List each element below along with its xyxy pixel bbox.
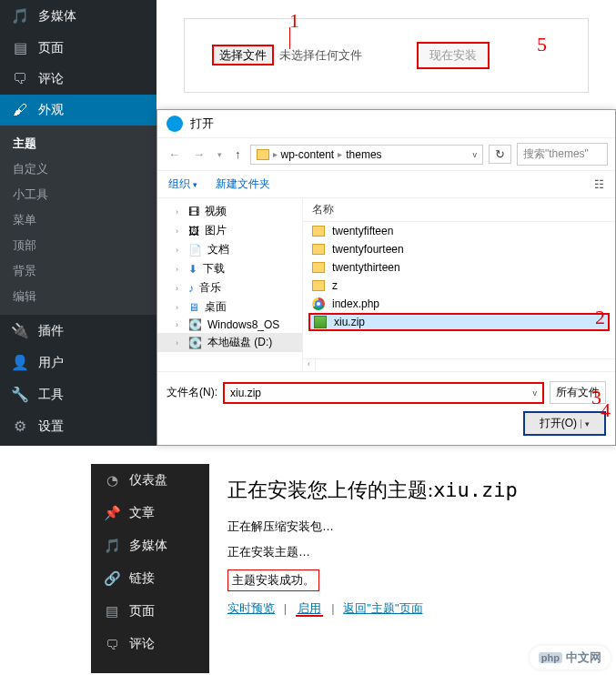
file-row[interactable]: twentyfifteen — [303, 222, 615, 240]
sidebar-item-label: 链接 — [129, 570, 155, 587]
scroll-left-icon[interactable]: ‹ — [303, 359, 316, 371]
sidebar-item-dashboard[interactable]: ◔仪表盘 — [91, 464, 209, 497]
sidebar-item-links[interactable]: 🔗链接 — [91, 562, 209, 595]
folder-icon — [257, 149, 269, 160]
link-preview[interactable]: 实时预览 — [227, 601, 275, 615]
caret-icon: › — [176, 284, 183, 293]
appearance-submenu: 主题 自定义 小工具 菜单 顶部 背景 编辑 — [0, 126, 157, 315]
link-activate[interactable]: 启用 — [296, 601, 323, 617]
link-return[interactable]: 返回"主题"页面 — [343, 601, 422, 615]
dialog-titlebar: 打开 — [157, 110, 615, 138]
wrench-icon: 🔧 — [11, 386, 29, 403]
file-name: index.php — [332, 297, 379, 310]
new-folder-button[interactable]: 新建文件夹 — [216, 176, 270, 192]
sidebar-item-appearance[interactable]: 🖌外观 — [0, 95, 157, 126]
tree-item-osdrive[interactable]: ›💽Windows8_OS — [157, 317, 302, 333]
file-list: twentyfifteen twentyfourteen twentythirt… — [303, 222, 615, 371]
sub-background[interactable]: 背景 — [0, 258, 157, 284]
sub-widgets[interactable]: 小工具 — [0, 182, 157, 207]
refresh-button[interactable]: ↻ — [489, 145, 511, 164]
sub-header[interactable]: 顶部 — [0, 233, 157, 258]
choose-file-button[interactable]: 选择文件 — [212, 45, 274, 65]
sub-menus[interactable]: 菜单 — [0, 207, 157, 233]
status-unzipping: 正在解压缩安装包… — [227, 519, 598, 535]
tree-item-videos[interactable]: ›🎞视频 — [157, 202, 302, 221]
open-button[interactable]: 打开(O)▾ — [523, 411, 606, 436]
media-icon: 🎵 — [11, 7, 29, 25]
tree-item-desktop[interactable]: ›🖥桌面 — [157, 297, 302, 317]
sidebar-item-media[interactable]: 🎵多媒体 — [0, 0, 157, 32]
sub-editor[interactable]: 编辑 — [0, 284, 157, 309]
chevron-right-icon: ▸ — [273, 149, 278, 159]
split-dropdown-icon[interactable]: ▾ — [581, 419, 590, 428]
install-now-button[interactable]: 现在安装 — [417, 42, 490, 69]
file-row[interactable]: z — [303, 277, 615, 295]
nav-back-icon[interactable]: ← — [165, 146, 184, 163]
file-name: twentythirteen — [332, 261, 400, 274]
tree-item-downloads[interactable]: ›⬇下载 — [157, 259, 302, 278]
nav-recent-icon[interactable]: ▾ — [214, 148, 226, 161]
image-icon: 🖼 — [188, 225, 199, 237]
tree-item-music[interactable]: ›♪音乐 — [157, 278, 302, 297]
path-seg[interactable]: themes — [346, 148, 381, 161]
watermark-tag: php — [539, 652, 562, 663]
link-separator: | — [284, 601, 287, 615]
nav-forward-icon[interactable]: → — [189, 146, 208, 163]
organize-button[interactable]: 组织 — [168, 176, 197, 192]
tree-item-pictures[interactable]: ›🖼图片 — [157, 221, 302, 240]
tree-item-documents[interactable]: ›📄文档 — [157, 240, 302, 259]
file-name: twentyfourteen — [332, 243, 404, 256]
tree-label: 文档 — [207, 242, 229, 257]
no-file-text: 未选择任何文件 — [279, 48, 362, 62]
sidebar-item-label: 工具 — [38, 387, 64, 403]
sidebar-item-pages[interactable]: ▤页面 — [91, 595, 209, 628]
file-row-selected[interactable]: xiu.zip — [308, 313, 610, 331]
user-icon: 👤 — [11, 354, 29, 371]
file-row[interactable]: twentythirteen — [303, 258, 615, 277]
path-seg[interactable]: wp-content — [281, 148, 335, 161]
file-row[interactable]: twentyfourteen — [303, 240, 615, 258]
filetype-dropdown[interactable]: 所有文件 — [550, 381, 606, 404]
tree-item-ddrive[interactable]: ›💽本地磁盘 (D:) — [157, 333, 302, 352]
sidebar-item-label: 多媒体 — [129, 538, 167, 554]
install-result-panel: 正在安装您上传的主题:xiu.zip 正在解压缩安装包… 正在安装主题… 主题安… — [209, 464, 616, 673]
search-input[interactable]: 搜索"themes" — [517, 143, 608, 166]
caret-icon: › — [176, 207, 183, 217]
action-links: 实时预览 | 启用 | 返回"主题"页面 — [227, 600, 598, 617]
path-breadcrumb[interactable]: ▸ wp-content ▸ themes v — [250, 145, 484, 165]
file-name: twentyfifteen — [332, 225, 393, 237]
sub-customize[interactable]: 自定义 — [0, 156, 157, 182]
view-mode-button[interactable]: ☷ — [594, 178, 604, 191]
column-header-name[interactable]: 名称 — [303, 198, 615, 222]
tree-label: 下载 — [203, 261, 225, 277]
dropdown-icon[interactable]: v — [533, 388, 538, 398]
search-placeholder: 搜索"themes" — [523, 146, 589, 162]
sidebar-item-comments[interactable]: 🗨评论 — [91, 628, 209, 660]
sidebar-item-settings[interactable]: ⚙设置 — [0, 410, 157, 442]
filename-input[interactable]: xiu.zipv — [223, 382, 544, 404]
sidebar-item-label: 用户 — [38, 355, 64, 371]
file-row[interactable]: index.php — [303, 295, 615, 313]
link-icon: 🔗 — [104, 570, 120, 587]
pin-icon: 📌 — [104, 505, 120, 521]
path-dropdown-icon[interactable]: v — [473, 150, 478, 159]
dialog-app-icon — [167, 116, 183, 132]
plugin-icon: 🔌 — [11, 322, 29, 339]
dialog-navbar: ← → ▾ ↑ ▸ wp-content ▸ themes v ↻ 搜索"the… — [157, 138, 615, 171]
sidebar-item-users[interactable]: 👤用户 — [0, 347, 157, 378]
sidebar-item-posts[interactable]: 📌文章 — [91, 497, 209, 529]
wp-admin-sidebar: 🎵多媒体 ▤页面 🗨评论 🖌外观 主题 自定义 小工具 菜单 顶部 背景 编辑 … — [0, 0, 157, 446]
sidebar-item-label: 评论 — [129, 636, 155, 652]
comment-icon: 🗨 — [11, 71, 29, 87]
sub-theme[interactable]: 主题 — [0, 131, 157, 156]
watermark-badge: php 中文网 — [530, 646, 611, 670]
caret-icon: › — [176, 338, 183, 348]
nav-up-icon[interactable]: ↑ — [231, 146, 245, 163]
sidebar-item-media[interactable]: 🎵多媒体 — [91, 529, 209, 562]
sidebar-item-pages[interactable]: ▤页面 — [0, 32, 157, 64]
sidebar-item-comments[interactable]: 🗨评论 — [0, 64, 157, 95]
sidebar-item-label: 仪表盘 — [129, 472, 167, 489]
sidebar-item-plugins[interactable]: 🔌插件 — [0, 315, 157, 347]
horizontal-scrollbar[interactable]: ‹ — [303, 358, 615, 371]
sidebar-item-tools[interactable]: 🔧工具 — [0, 378, 157, 410]
